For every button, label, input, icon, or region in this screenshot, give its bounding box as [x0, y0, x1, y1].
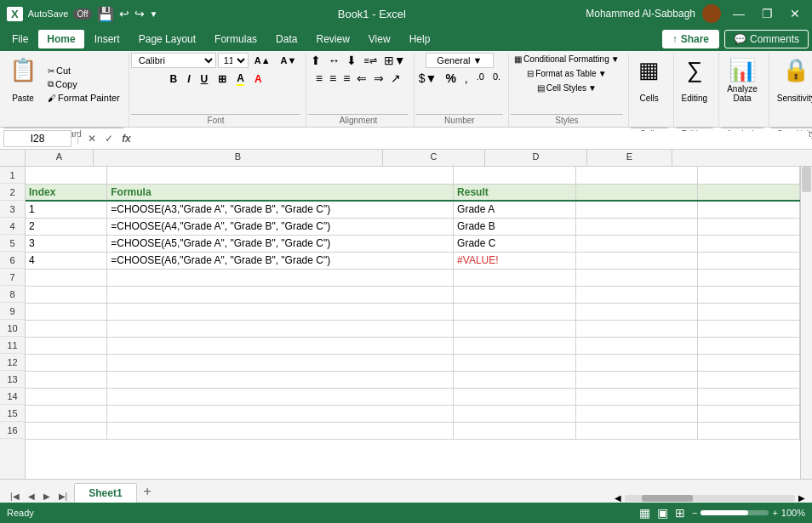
indent-less-button[interactable]: ⇐ — [354, 71, 369, 86]
increase-font-button[interactable]: A▲ — [250, 54, 275, 67]
cell-styles-button[interactable]: ▤ Cell Styles ▼ — [534, 82, 600, 94]
cell-E16[interactable] — [698, 422, 800, 439]
cell-B5[interactable]: =CHOOSE(A5,"Grade A", "Grade B", "Grade … — [107, 235, 454, 252]
cell-B9[interactable] — [107, 303, 454, 320]
copy-button[interactable]: ⧉ Copy — [44, 78, 123, 90]
cell-C10[interactable] — [454, 320, 576, 337]
cell-D16[interactable] — [575, 422, 698, 439]
cell-B3[interactable]: =CHOOSE(A3,"Grade A", "Grade B", "Grade … — [107, 201, 454, 218]
decrease-decimal-button[interactable]: 0. — [490, 71, 503, 86]
cell-E3[interactable] — [698, 201, 800, 218]
cell-D4[interactable] — [575, 218, 698, 235]
row-num-14[interactable]: 14 — [0, 388, 25, 405]
align-top-button[interactable]: ⬆ — [308, 53, 323, 68]
paste-button[interactable]: 📋 Paste — [3, 53, 43, 116]
menu-item-page layout[interactable]: Page Layout — [130, 30, 204, 48]
row-num-10[interactable]: 10 — [0, 320, 25, 337]
cell-B13[interactable] — [107, 371, 454, 388]
col-header-e[interactable]: E — [587, 150, 672, 166]
comma-button[interactable]: , — [462, 71, 471, 86]
share-button[interactable]: ↑ Share — [662, 30, 719, 48]
cell-B16[interactable] — [107, 422, 454, 439]
cell-B6[interactable]: =CHOOSE(A6,"Grade A", "Grade B", "Grade … — [107, 252, 454, 269]
row-num-11[interactable]: 11 — [0, 337, 25, 354]
menu-item-help[interactable]: Help — [401, 30, 439, 48]
cell-A1[interactable] — [26, 167, 107, 184]
cell-A10[interactable] — [26, 320, 107, 337]
menu-item-home[interactable]: Home — [38, 30, 83, 48]
row-num-15[interactable]: 15 — [0, 405, 25, 422]
sheet-tab-sheet1[interactable]: Sheet1 — [74, 483, 136, 503]
hscroll-thumb[interactable] — [642, 495, 693, 502]
close-button[interactable]: ✕ — [785, 5, 805, 22]
undo-icon[interactable]: ↩ — [119, 7, 129, 20]
hscroll-right-button[interactable]: ▶ — [798, 493, 805, 503]
cell-B14[interactable] — [107, 388, 454, 405]
cell-C5[interactable]: Grade C — [454, 235, 576, 252]
row-num-4[interactable]: 4 — [0, 218, 25, 235]
row-num-2[interactable]: 2 — [0, 184, 25, 201]
cut-button[interactable]: ✂ Cut — [44, 65, 123, 77]
cell-D13[interactable] — [575, 371, 698, 388]
vscroll-thumb[interactable] — [802, 167, 811, 192]
cell-D8[interactable] — [575, 286, 698, 303]
cell-D6[interactable] — [575, 252, 698, 269]
hscroll-left-button[interactable]: ◀ — [615, 493, 621, 503]
cell-E14[interactable] — [698, 388, 800, 405]
cell-B2[interactable]: Formula — [107, 184, 454, 201]
row-num-1[interactable]: 1 — [0, 167, 25, 184]
row-num-16[interactable]: 16 — [0, 422, 25, 439]
cells-button[interactable]: ▦ Cells — [631, 53, 668, 116]
row-num-7[interactable]: 7 — [0, 269, 25, 286]
number-label[interactable]: Number — [416, 112, 503, 127]
cell-C3[interactable]: Grade A — [454, 201, 576, 218]
menu-item-data[interactable]: Data — [267, 30, 306, 48]
cell-E13[interactable] — [698, 371, 800, 388]
row-num-12[interactable]: 12 — [0, 354, 25, 371]
tab-next-button[interactable]: ▶ — [40, 490, 54, 503]
font-size-select[interactable]: 11 — [218, 53, 249, 68]
cell-E10[interactable] — [698, 320, 800, 337]
cell-D1[interactable] — [575, 167, 698, 184]
cell-E11[interactable] — [698, 337, 800, 354]
italic-button[interactable]: I — [183, 71, 194, 87]
tab-first-button[interactable]: |◀ — [7, 490, 23, 503]
restore-button[interactable]: ❐ — [757, 5, 778, 22]
row-num-13[interactable]: 13 — [0, 371, 25, 388]
cell-C12[interactable] — [454, 354, 576, 371]
orient-button[interactable]: ↗ — [388, 71, 403, 86]
cell-B4[interactable]: =CHOOSE(A4,"Grade A", "Grade B", "Grade … — [107, 218, 454, 235]
quick-access-more[interactable]: ▼ — [150, 9, 158, 19]
insert-function-button[interactable]: fx — [118, 132, 134, 145]
cell-E9[interactable] — [698, 303, 800, 320]
comments-button[interactable]: 💬 Comments — [724, 30, 809, 48]
font-name-select[interactable]: Calibri — [131, 53, 216, 68]
cell-C8[interactable] — [454, 286, 576, 303]
cell-D14[interactable] — [575, 388, 698, 405]
cell-A8[interactable] — [26, 286, 107, 303]
percent-button[interactable]: % — [443, 71, 458, 86]
save-icon[interactable]: 💾 — [97, 6, 114, 22]
tab-prev-button[interactable]: ◀ — [25, 490, 38, 503]
cell-E12[interactable] — [698, 354, 800, 371]
cell-C2[interactable]: Result — [454, 184, 576, 201]
cell-A16[interactable] — [26, 422, 107, 439]
accounting-button[interactable]: $▼ — [416, 71, 440, 86]
cell-E5[interactable] — [698, 235, 800, 252]
minimize-button[interactable]: — — [728, 5, 750, 22]
cell-A6[interactable]: 4 — [26, 252, 107, 269]
align-bottom-button[interactable]: ⬇ — [344, 53, 359, 68]
sensitivity-button[interactable]: 🔒 Sensitivity — [771, 53, 812, 116]
align-center-button[interactable]: ≡ — [327, 71, 339, 86]
cell-D9[interactable] — [575, 303, 698, 320]
tab-last-button[interactable]: ▶| — [55, 490, 71, 503]
row-num-8[interactable]: 8 — [0, 286, 25, 303]
cell-B15[interactable] — [107, 405, 454, 422]
cell-A11[interactable] — [26, 337, 107, 354]
cell-B11[interactable] — [107, 337, 454, 354]
row-num-5[interactable]: 5 — [0, 235, 25, 252]
merge-button[interactable]: ⊞▼ — [381, 53, 409, 68]
formula-input[interactable] — [138, 131, 809, 146]
cell-D2[interactable] — [575, 184, 698, 201]
editing-button[interactable]: ∑ Editing — [676, 53, 714, 116]
